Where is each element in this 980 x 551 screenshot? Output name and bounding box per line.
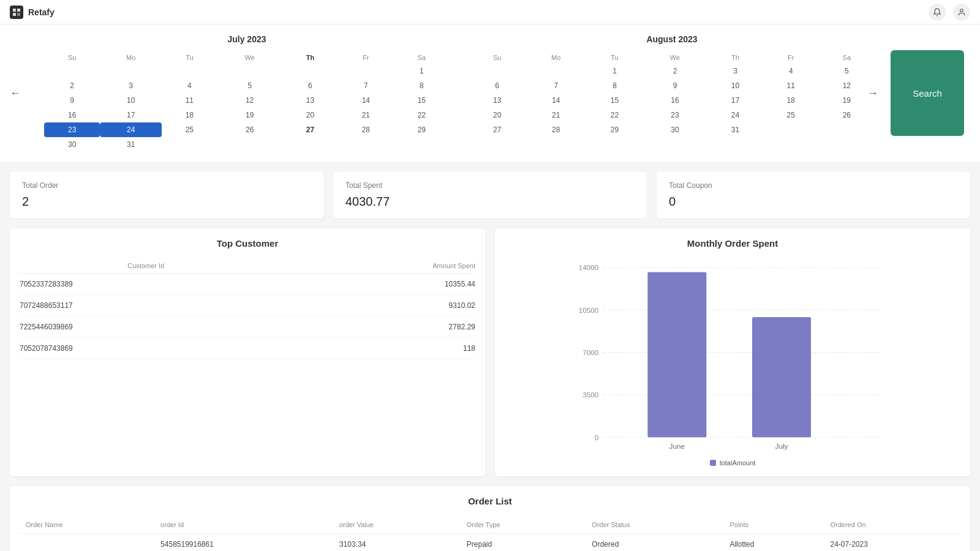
search-button[interactable]: Search	[891, 50, 964, 136]
july-day-cell[interactable]	[217, 137, 282, 152]
top-customer-section: Top Customer Customer Id Amount Spent 70…	[10, 228, 485, 476]
july-day-cell[interactable]	[394, 137, 450, 152]
july-day-cell[interactable]	[100, 64, 162, 78]
aug-day-cell[interactable]: 26	[819, 108, 875, 122]
july-day-cell[interactable]	[44, 64, 100, 78]
col-order-value: order Value	[333, 516, 461, 534]
aug-day-cell[interactable]: 15	[587, 93, 643, 108]
aug-day-cell[interactable]: 20	[469, 108, 525, 122]
prev-month-button[interactable]: ←	[5, 84, 26, 102]
top-customer-title: Top Customer	[20, 238, 475, 249]
july-day-fr: Fr	[338, 51, 394, 64]
total-coupon-label: Total Coupon	[669, 181, 958, 190]
amount-cell: 2782.29	[273, 317, 475, 338]
july-day-su: Su	[44, 51, 100, 64]
july-day-cell[interactable]	[282, 137, 338, 152]
july-day-cell[interactable]: 17	[100, 108, 162, 122]
july-day-cell[interactable]: 28	[338, 122, 394, 137]
july-day-cell[interactable]: 18	[162, 108, 217, 122]
july-day-cell[interactable]: 27	[282, 122, 338, 137]
july-day-cell[interactable]: 29	[394, 122, 450, 137]
aug-day-cell[interactable]: 8	[587, 78, 643, 93]
amount-cell: 10355.44	[273, 274, 475, 295]
july-day-cell[interactable]: 26	[217, 122, 282, 137]
stats-section: Total Order 2 Total Spent 4030.77 Total …	[0, 162, 980, 228]
aug-day-cell[interactable]: 10	[707, 78, 763, 93]
aug-day-cell[interactable]: 31	[707, 122, 763, 137]
aug-day-cell[interactable]	[763, 122, 819, 137]
aug-day-cell[interactable]: 29	[587, 122, 643, 137]
june-bar	[647, 272, 706, 437]
aug-day-cell[interactable]: 6	[469, 78, 525, 93]
aug-day-cell[interactable]: 23	[643, 108, 707, 122]
aug-day-cell[interactable]: 21	[525, 108, 587, 122]
aug-day-cell[interactable]: 25	[763, 108, 819, 122]
july-day-cell[interactable]: 22	[394, 108, 450, 122]
aug-day-cell[interactable]: 13	[469, 93, 525, 108]
july-day-cell[interactable]	[162, 64, 217, 78]
logo-icon	[10, 6, 23, 19]
next-month-button[interactable]: →	[862, 84, 883, 102]
aug-day-cell[interactable]	[469, 64, 525, 78]
col-order-type: Order Type	[461, 516, 586, 534]
aug-day-cell[interactable]: 7	[525, 78, 587, 93]
aug-day-cell[interactable]: 17	[707, 93, 763, 108]
aug-day-cell[interactable]: 4	[763, 64, 819, 78]
bar-chart: 14000 10500 7000 3500 0 June July	[505, 258, 960, 454]
aug-day-cell[interactable]: 18	[763, 93, 819, 108]
aug-day-cell[interactable]: 11	[763, 78, 819, 93]
july-calendar: July 2023 Su Mo Tu We Th Fr Sa 123456789…	[34, 34, 459, 152]
july-day-cell[interactable]: 10	[100, 93, 162, 108]
july-day-cell[interactable]: 14	[338, 93, 394, 108]
july-day-cell[interactable]: 20	[282, 108, 338, 122]
avatar-icon[interactable]	[953, 4, 970, 21]
july-day-cell[interactable]	[162, 137, 217, 152]
aug-day-cell[interactable]: 1	[587, 64, 643, 78]
july-day-cell[interactable]: 4	[162, 78, 217, 93]
total-coupon-value: 0	[669, 195, 958, 209]
july-day-cell[interactable]: 24	[100, 122, 162, 137]
july-day-cell[interactable]	[338, 137, 394, 152]
july-day-cell[interactable]: 15	[394, 93, 450, 108]
july-day-cell[interactable]: 6	[282, 78, 338, 93]
july-day-cell[interactable]: 31	[100, 137, 162, 152]
july-day-cell[interactable]: 21	[338, 108, 394, 122]
notification-icon[interactable]	[929, 4, 946, 21]
july-day-cell[interactable]: 25	[162, 122, 217, 137]
col-order-status: Order Status	[586, 516, 723, 534]
aug-day-cell[interactable]: 14	[525, 93, 587, 108]
july-day-cell[interactable]: 5	[217, 78, 282, 93]
stat-total-order: Total Order 2	[10, 171, 323, 219]
july-day-cell[interactable]: 16	[44, 108, 100, 122]
aug-day-cell[interactable]: 9	[643, 78, 707, 93]
july-day-cell[interactable]: 1	[394, 64, 450, 78]
july-day-cell[interactable]: 30	[44, 137, 100, 152]
aug-day-cell[interactable]: 5	[819, 64, 875, 78]
july-day-cell[interactable]: 7	[338, 78, 394, 93]
aug-day-cell[interactable]: 3	[707, 64, 763, 78]
july-day-cell[interactable]: 19	[217, 108, 282, 122]
aug-day-cell[interactable]: 16	[643, 93, 707, 108]
aug-day-cell[interactable]: 2	[643, 64, 707, 78]
aug-day-cell[interactable]: 24	[707, 108, 763, 122]
aug-day-cell[interactable]: 27	[469, 122, 525, 137]
july-day-cell[interactable]	[217, 64, 282, 78]
july-day-cell[interactable]: 23	[44, 122, 100, 137]
order-row: 5458519916861 3103.34 Prepaid Ordered Al…	[20, 534, 960, 552]
july-day-cell[interactable]: 12	[217, 93, 282, 108]
aug-day-cell[interactable]	[819, 122, 875, 137]
aug-day-cell[interactable]: 30	[643, 122, 707, 137]
aug-day-cell[interactable]: 28	[525, 122, 587, 137]
july-day-cell[interactable]	[282, 64, 338, 78]
july-day-cell[interactable]: 3	[100, 78, 162, 93]
july-day-cell[interactable]	[338, 64, 394, 78]
july-day-cell[interactable]: 9	[44, 93, 100, 108]
july-day-cell[interactable]: 2	[44, 78, 100, 93]
aug-day-cell[interactable]	[525, 64, 587, 78]
july-day-cell[interactable]: 8	[394, 78, 450, 93]
july-day-cell[interactable]: 11	[162, 93, 217, 108]
july-day-cell[interactable]: 13	[282, 93, 338, 108]
stat-total-coupon: Total Coupon 0	[657, 171, 970, 219]
aug-day-cell[interactable]: 22	[587, 108, 643, 122]
july-day-tu: Tu	[162, 51, 217, 64]
